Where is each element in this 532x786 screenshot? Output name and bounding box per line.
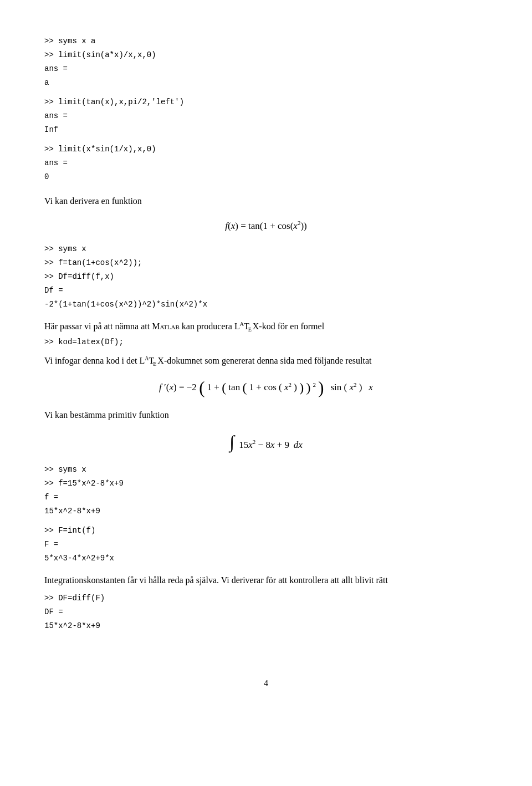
section-latex: Här passar vi på att nämna att Matlab ka… — [44, 319, 488, 348]
code-line: >> kod=latex(Df); — [44, 336, 488, 348]
code-line: >> syms x — [44, 243, 488, 255]
inner-left-paren: ( — [242, 381, 247, 395]
integral-symbol: ∫ — [229, 432, 234, 452]
code-line: DF = — [44, 606, 488, 618]
code-line-inf: Inf — [44, 124, 488, 136]
derivation-intro-text: Vi kan derivera en funktion — [44, 196, 142, 206]
section-integration-constant: Integrationskonstanten får vi hålla reda… — [44, 573, 488, 588]
big-right-paren: ) — [318, 379, 324, 397]
integral-formula: ∫ 15x2 − 8x + 9 dx — [229, 433, 303, 452]
sin-paren-r: ) — [359, 382, 362, 392]
integration-constant-text: Integrationskonstanten får vi hålla reda… — [44, 575, 388, 585]
section-primitive: Vi kan bestämma primitiv funktion ∫ 15x2… — [44, 408, 488, 517]
code-line: >> F=int(f) — [44, 525, 488, 537]
code-line: 0 — [44, 171, 488, 183]
derivative-display: f ′(x) = −2 ( 1 + ( tan ( 1 + cos ( x2 )… — [44, 380, 488, 397]
page-number-value: 4 — [264, 678, 268, 688]
code-line: >> DF=diff(F) — [44, 593, 488, 604]
section-verify: >> DF=diff(F) DF = 15*x^2-8*x+9 — [44, 593, 488, 632]
mid-left-paren: ( — [222, 381, 226, 395]
big-left-paren: ( — [199, 379, 204, 397]
cos-paren-r: ) — [294, 382, 297, 392]
code-line: Df = — [44, 285, 488, 297]
code-line: >> syms x — [44, 464, 488, 476]
section-limit-tan: >> limit(tan(x),x,pi/2,'left') ans = Inf — [44, 96, 488, 136]
code-line: 5*x^3-4*x^2+9*x — [44, 553, 488, 564]
section-limit-sin: >> syms x a >> limit(sin(a*x)/x,x,0) ans… — [44, 35, 488, 89]
code-line: >> f=15*x^2-8*x+9 — [44, 478, 488, 489]
code-line: >> limit(tan(x),x,pi/2,'left') — [44, 96, 488, 108]
code-line: ans = — [44, 157, 488, 169]
code-line: ans = — [44, 63, 488, 75]
code-line: 15*x^2-8*x+9 — [44, 620, 488, 632]
f-definition-display: f(x) = tan(1 + cos(x2)) — [44, 218, 488, 233]
code-line: >> limit(sin(a*x)/x,x,0) — [44, 49, 488, 61]
code-line: >> Df=diff(f,x) — [44, 271, 488, 283]
math-formula: f(x) = tan(1 + cos(x2)) — [225, 218, 306, 233]
integral-display: ∫ 15x2 − 8x + 9 dx — [44, 433, 488, 452]
inner-right-paren: ) — [299, 381, 304, 395]
code-line: >> syms x a — [44, 35, 488, 47]
page-content: >> syms x a >> limit(sin(a*x)/x,x,0) ans… — [44, 35, 488, 691]
code-line: F = — [44, 539, 488, 550]
section-derivation: Vi kan derivera en funktion f(x) = tan(1… — [44, 194, 488, 310]
code-line: >> f=tan(1+cos(x^2)); — [44, 257, 488, 269]
section-int: >> F=int(f) F = 5*x^3-4*x^2+9*x — [44, 525, 488, 564]
code-line: f = — [44, 492, 488, 503]
derivative-formula: f ′(x) = −2 ( 1 + ( tan ( 1 + cos ( x2 )… — [159, 380, 373, 397]
latex-intro-text: Här passar vi på att nämna att Matlab ka… — [44, 321, 324, 331]
code-line: >> limit(x*sin(1/x),x,0) — [44, 144, 488, 155]
sin-paren-l: ( — [344, 382, 347, 392]
primitive-intro-text: Vi kan bestämma primitiv funktion — [44, 410, 169, 420]
section-latex-result: Vi infogar denna kod i det LATEX-dokumne… — [44, 354, 488, 397]
code-line: ans = — [44, 110, 488, 122]
matlab-name: Matlab — [152, 321, 180, 331]
cos-paren-l: ( — [279, 382, 282, 392]
code-line: -2*(1+tan(1+cos(x^2))^2)*sin(x^2)*x — [44, 299, 488, 310]
code-line: 15*x^2-8*x+9 — [44, 506, 488, 517]
code-line: a — [44, 77, 488, 89]
latex-result-intro-text: Vi infogar denna kod i det LATEX-dokumne… — [44, 356, 371, 365]
section-limit-xsin: >> limit(x*sin(1/x),x,0) ans = 0 — [44, 144, 488, 183]
page-number: 4 — [44, 676, 488, 691]
mid-right-paren: ) — [306, 381, 310, 395]
